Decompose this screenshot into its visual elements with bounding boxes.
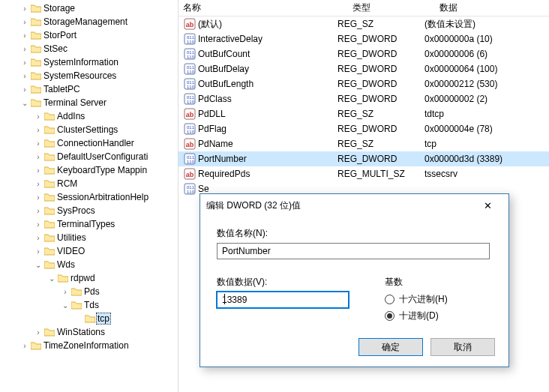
tree-item-label: StorPort bbox=[42, 30, 76, 40]
folder-icon bbox=[30, 70, 42, 81]
chevron-right-icon[interactable]: › bbox=[20, 72, 30, 80]
tree-item[interactable]: ›ConnectionHandler bbox=[0, 136, 178, 150]
radio-dec[interactable]: 十进制(D) bbox=[385, 308, 492, 323]
value-row[interactable]: RequiredPdsREG_MULTI_SZtssecsrv bbox=[178, 166, 549, 181]
value-name: PdName bbox=[198, 139, 233, 149]
tree-item[interactable]: ›SystemResources bbox=[0, 69, 178, 82]
value-row[interactable]: PdFlagREG_DWORD0x0000004e (78) bbox=[178, 121, 549, 136]
value-data-input[interactable] bbox=[217, 292, 349, 308]
tree-item[interactable]: ·tcp bbox=[0, 312, 178, 325]
tree-item[interactable]: ›SessionArbitrationHelp bbox=[0, 190, 178, 204]
value-name: Se bbox=[198, 184, 209, 194]
chevron-right-icon[interactable]: › bbox=[33, 166, 44, 175]
tree-item[interactable]: ›StSec bbox=[0, 42, 178, 55]
tree-item-label: SystemResources bbox=[42, 70, 116, 81]
value-row[interactable]: OutBufCountREG_DWORD0x00000006 (6) bbox=[178, 46, 549, 61]
chevron-right-icon[interactable]: › bbox=[20, 85, 30, 94]
chevron-right-icon[interactable]: › bbox=[33, 193, 44, 202]
tree-item[interactable]: ›RCM bbox=[0, 177, 178, 190]
tree-item-label: SysProcs bbox=[56, 205, 95, 216]
binary-icon bbox=[183, 123, 196, 135]
tree-item[interactable]: ⌄rdpwd bbox=[0, 271, 178, 285]
folder-icon bbox=[44, 138, 56, 148]
value-name: PdDLL bbox=[198, 109, 226, 119]
value-data: tcp bbox=[424, 139, 549, 149]
cancel-button[interactable]: 取消 bbox=[430, 338, 495, 356]
chevron-right-icon[interactable]: › bbox=[33, 180, 44, 188]
chevron-right-icon[interactable]: › bbox=[20, 31, 30, 40]
folder-icon bbox=[44, 327, 56, 337]
tree-item[interactable]: ⌄Wds bbox=[0, 258, 178, 271]
chevron-down-icon[interactable]: ⌄ bbox=[33, 261, 44, 269]
value-type: REG_SZ bbox=[338, 109, 424, 119]
folder-icon bbox=[30, 57, 42, 67]
chevron-right-icon[interactable]: › bbox=[60, 288, 70, 296]
col-name[interactable]: 名称 bbox=[183, 1, 352, 14]
chevron-right-icon[interactable]: › bbox=[33, 207, 44, 215]
close-icon[interactable]: ✕ bbox=[472, 195, 502, 216]
chevron-right-icon[interactable]: › bbox=[33, 112, 44, 121]
chevron-down-icon[interactable]: ⌄ bbox=[46, 274, 57, 283]
tree-item-label: StorageManagement bbox=[42, 16, 128, 27]
value-row[interactable]: OutBufLengthREG_DWORD0x00000212 (530) bbox=[178, 76, 549, 91]
folder-icon bbox=[44, 165, 56, 175]
tree-item[interactable]: ›Storage bbox=[0, 1, 178, 15]
tree-item[interactable]: ›SystemInformation bbox=[0, 55, 178, 69]
value-data: tssecsrv bbox=[424, 169, 549, 179]
value-row[interactable]: PdNameREG_SZtcp bbox=[178, 136, 549, 151]
folder-icon bbox=[70, 300, 82, 310]
chevron-right-icon[interactable]: › bbox=[20, 18, 30, 26]
value-type: REG_DWORD bbox=[338, 49, 424, 59]
chevron-right-icon[interactable]: › bbox=[20, 4, 30, 13]
tree-item[interactable]: ›DefaultUserConfigurati bbox=[0, 150, 178, 163]
chevron-right-icon[interactable]: › bbox=[33, 328, 44, 337]
chevron-right-icon[interactable]: › bbox=[20, 58, 30, 67]
value-row[interactable]: (默认)REG_SZ(数值未设置) bbox=[178, 16, 549, 31]
value-name: (默认) bbox=[198, 18, 222, 31]
radio-hex[interactable]: 十六进制(H) bbox=[385, 292, 492, 307]
chevron-right-icon[interactable]: › bbox=[33, 220, 44, 229]
folder-icon bbox=[30, 84, 42, 94]
folder-icon bbox=[44, 205, 56, 216]
chevron-right-icon[interactable]: › bbox=[33, 139, 44, 148]
tree-item[interactable]: ›TimeZoneInformation bbox=[0, 339, 178, 352]
chevron-down-icon[interactable]: ⌄ bbox=[20, 99, 30, 107]
chevron-right-icon[interactable]: › bbox=[33, 153, 44, 161]
tree-item[interactable]: ›WinStations bbox=[0, 325, 178, 339]
string-icon bbox=[183, 108, 196, 120]
tree-item[interactable]: ›ClusterSettings bbox=[0, 123, 178, 136]
folder-icon bbox=[44, 219, 56, 229]
edit-dword-dialog: 编辑 DWORD (32 位)值 ✕ 数值名称(N): 数值数据(V): 基数 … bbox=[200, 193, 509, 367]
tree-item[interactable]: ›AddIns bbox=[0, 109, 178, 123]
value-row[interactable]: InteractiveDelayREG_DWORD0x0000000a (10) bbox=[178, 31, 549, 46]
chevron-right-icon[interactable]: › bbox=[20, 45, 30, 53]
value-row[interactable]: PortNumberREG_DWORD0x00000d3d (3389) bbox=[178, 151, 549, 166]
tree-item[interactable]: ›Utilities bbox=[0, 231, 178, 244]
value-row[interactable]: OutBufDelayREG_DWORD0x00000064 (100) bbox=[178, 61, 549, 76]
tree-item[interactable]: ›Pds bbox=[0, 285, 178, 298]
tree-item[interactable]: ›VIDEO bbox=[0, 244, 178, 258]
tree-item-label: AddIns bbox=[56, 111, 85, 121]
tree-item[interactable]: ›SysProcs bbox=[0, 204, 178, 217]
value-row[interactable]: PdDLLREG_SZtdtcp bbox=[178, 106, 549, 121]
col-type[interactable]: 类型 bbox=[352, 1, 440, 14]
tree-item[interactable]: ⌄Tds bbox=[0, 298, 178, 312]
tree-item[interactable]: ›TerminalTypes bbox=[0, 217, 178, 231]
folder-icon bbox=[44, 259, 56, 270]
chevron-right-icon[interactable]: › bbox=[33, 126, 44, 134]
value-name: PdFlag bbox=[198, 124, 226, 134]
tree-item[interactable]: ›StorageManagement bbox=[0, 15, 178, 28]
chevron-down-icon[interactable]: ⌄ bbox=[60, 301, 70, 310]
chevron-right-icon[interactable]: › bbox=[33, 234, 44, 242]
tree-item[interactable]: ›TabletPC bbox=[0, 82, 178, 96]
tree-item[interactable]: ›KeyboardType Mappin bbox=[0, 163, 178, 177]
folder-icon bbox=[44, 124, 56, 135]
tree-item[interactable]: ⌄Terminal Server bbox=[0, 96, 178, 109]
col-data[interactable]: 数据 bbox=[440, 1, 549, 14]
tree-item[interactable]: ›StorPort bbox=[0, 28, 178, 42]
ok-button[interactable]: 确定 bbox=[358, 338, 423, 356]
chevron-right-icon[interactable]: › bbox=[20, 342, 30, 350]
chevron-right-icon[interactable]: › bbox=[33, 247, 44, 256]
value-name-input[interactable] bbox=[217, 243, 490, 259]
value-row[interactable]: PdClassREG_DWORD0x00000002 (2) bbox=[178, 91, 549, 106]
